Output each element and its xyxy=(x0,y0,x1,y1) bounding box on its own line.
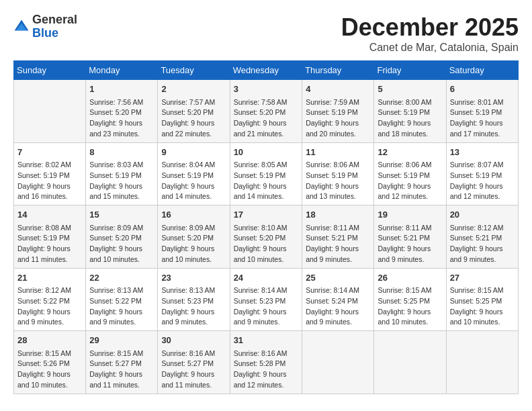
calendar-cell: 10Sunrise: 8:05 AM Sunset: 5:19 PM Dayli… xyxy=(230,142,302,205)
day-number: 12 xyxy=(378,146,442,159)
day-info: Sunrise: 8:14 AM Sunset: 5:23 PM Dayligh… xyxy=(234,285,299,328)
day-number: 26 xyxy=(378,271,442,285)
day-number: 4 xyxy=(306,83,370,96)
header-row: SundayMondayTuesdayWednesdayThursdayFrid… xyxy=(14,61,519,80)
header-cell-tuesday: Tuesday xyxy=(158,61,230,80)
calendar-cell: 31Sunrise: 8:16 AM Sunset: 5:28 PM Dayli… xyxy=(230,331,302,394)
page-container: General Blue December 2025 Canet de Mar,… xyxy=(13,13,519,394)
day-number: 29 xyxy=(89,334,154,347)
calendar-cell: 4Sunrise: 7:59 AM Sunset: 5:19 PM Daylig… xyxy=(302,80,374,143)
calendar-cell: 13Sunrise: 8:07 AM Sunset: 5:19 PM Dayli… xyxy=(446,142,518,205)
day-number: 5 xyxy=(378,83,442,96)
day-number: 21 xyxy=(17,271,82,285)
day-number: 10 xyxy=(234,146,299,159)
calendar-cell: 6Sunrise: 8:01 AM Sunset: 5:19 PM Daylig… xyxy=(446,80,518,143)
calendar-cell: 24Sunrise: 8:14 AM Sunset: 5:23 PM Dayli… xyxy=(230,268,302,331)
header-cell-thursday: Thursday xyxy=(302,61,374,80)
calendar-cell: 1Sunrise: 7:56 AM Sunset: 5:20 PM Daylig… xyxy=(86,80,158,143)
calendar-cell: 12Sunrise: 8:06 AM Sunset: 5:19 PM Dayli… xyxy=(374,142,446,205)
day-info: Sunrise: 8:16 AM Sunset: 5:27 PM Dayligh… xyxy=(161,349,226,391)
calendar-cell: 15Sunrise: 8:09 AM Sunset: 5:20 PM Dayli… xyxy=(86,205,158,269)
calendar-cell xyxy=(302,331,374,394)
calendar-body: 1Sunrise: 7:56 AM Sunset: 5:20 PM Daylig… xyxy=(14,80,519,394)
day-info: Sunrise: 8:10 AM Sunset: 5:20 PM Dayligh… xyxy=(234,223,299,265)
day-number: 22 xyxy=(89,271,154,285)
calendar-cell xyxy=(446,331,518,394)
day-number: 15 xyxy=(89,208,154,222)
calendar-week-2: 7Sunrise: 8:02 AM Sunset: 5:19 PM Daylig… xyxy=(14,142,519,205)
day-info: Sunrise: 7:58 AM Sunset: 5:20 PM Dayligh… xyxy=(234,97,299,140)
calendar-cell xyxy=(374,331,446,394)
calendar-cell: 16Sunrise: 8:09 AM Sunset: 5:20 PM Dayli… xyxy=(158,205,230,269)
day-number: 28 xyxy=(17,334,82,347)
header: General Blue December 2025 Canet de Mar,… xyxy=(13,13,519,54)
calendar-cell: 29Sunrise: 8:15 AM Sunset: 5:27 PM Dayli… xyxy=(86,331,158,394)
calendar-cell: 17Sunrise: 8:10 AM Sunset: 5:20 PM Dayli… xyxy=(230,205,302,269)
day-number: 2 xyxy=(161,83,226,96)
calendar-cell: 28Sunrise: 8:15 AM Sunset: 5:26 PM Dayli… xyxy=(14,331,86,394)
title-block: December 2025 Canet de Mar, Catalonia, S… xyxy=(341,13,519,54)
calendar-table: SundayMondayTuesdayWednesdayThursdayFrid… xyxy=(13,60,519,394)
day-info: Sunrise: 8:07 AM Sunset: 5:19 PM Dayligh… xyxy=(450,160,515,202)
day-info: Sunrise: 8:05 AM Sunset: 5:19 PM Dayligh… xyxy=(234,160,299,202)
calendar-cell: 2Sunrise: 7:57 AM Sunset: 5:20 PM Daylig… xyxy=(158,80,230,143)
day-number: 3 xyxy=(234,83,299,96)
day-number: 1 xyxy=(89,83,154,96)
day-info: Sunrise: 8:04 AM Sunset: 5:19 PM Dayligh… xyxy=(161,160,226,202)
day-info: Sunrise: 8:06 AM Sunset: 5:19 PM Dayligh… xyxy=(306,160,370,202)
day-info: Sunrise: 8:13 AM Sunset: 5:23 PM Dayligh… xyxy=(161,285,226,328)
header-cell-monday: Monday xyxy=(86,61,158,80)
header-cell-saturday: Saturday xyxy=(446,61,518,80)
logo-general-text: General xyxy=(32,13,77,26)
day-info: Sunrise: 8:09 AM Sunset: 5:20 PM Dayligh… xyxy=(161,223,226,265)
header-cell-wednesday: Wednesday xyxy=(230,61,302,80)
calendar-cell: 11Sunrise: 8:06 AM Sunset: 5:19 PM Dayli… xyxy=(302,142,374,205)
calendar-week-1: 1Sunrise: 7:56 AM Sunset: 5:20 PM Daylig… xyxy=(14,80,519,143)
calendar-cell: 18Sunrise: 8:11 AM Sunset: 5:21 PM Dayli… xyxy=(302,205,374,269)
day-info: Sunrise: 8:06 AM Sunset: 5:19 PM Dayligh… xyxy=(378,160,442,202)
day-number: 19 xyxy=(378,208,442,222)
day-info: Sunrise: 7:59 AM Sunset: 5:19 PM Dayligh… xyxy=(306,97,370,140)
day-info: Sunrise: 8:01 AM Sunset: 5:19 PM Dayligh… xyxy=(450,97,515,140)
day-info: Sunrise: 8:15 AM Sunset: 5:27 PM Dayligh… xyxy=(89,349,154,391)
day-number: 7 xyxy=(17,146,82,159)
day-number: 23 xyxy=(161,271,226,285)
day-info: Sunrise: 8:11 AM Sunset: 5:21 PM Dayligh… xyxy=(306,223,370,265)
day-info: Sunrise: 8:02 AM Sunset: 5:19 PM Dayligh… xyxy=(17,160,82,202)
logo-blue-text: Blue xyxy=(32,26,58,40)
calendar-cell: 30Sunrise: 8:16 AM Sunset: 5:27 PM Dayli… xyxy=(158,331,230,394)
calendar-cell xyxy=(14,80,86,143)
calendar-cell: 21Sunrise: 8:12 AM Sunset: 5:22 PM Dayli… xyxy=(14,268,86,331)
calendar-week-3: 14Sunrise: 8:08 AM Sunset: 5:19 PM Dayli… xyxy=(14,205,519,269)
day-number: 11 xyxy=(306,146,370,159)
day-info: Sunrise: 8:16 AM Sunset: 5:28 PM Dayligh… xyxy=(234,349,299,391)
calendar-title: December 2025 xyxy=(341,13,519,42)
day-number: 20 xyxy=(450,208,515,222)
day-number: 6 xyxy=(450,83,515,96)
day-number: 9 xyxy=(161,146,226,159)
calendar-week-5: 28Sunrise: 8:15 AM Sunset: 5:26 PM Dayli… xyxy=(14,331,519,394)
calendar-cell: 25Sunrise: 8:14 AM Sunset: 5:24 PM Dayli… xyxy=(302,268,374,331)
day-info: Sunrise: 8:12 AM Sunset: 5:22 PM Dayligh… xyxy=(17,285,82,328)
day-info: Sunrise: 8:03 AM Sunset: 5:19 PM Dayligh… xyxy=(89,160,154,202)
day-info: Sunrise: 8:15 AM Sunset: 5:26 PM Dayligh… xyxy=(17,349,82,391)
calendar-cell: 9Sunrise: 8:04 AM Sunset: 5:19 PM Daylig… xyxy=(158,142,230,205)
calendar-cell: 14Sunrise: 8:08 AM Sunset: 5:19 PM Dayli… xyxy=(14,205,86,269)
day-info: Sunrise: 8:13 AM Sunset: 5:22 PM Dayligh… xyxy=(89,285,154,328)
calendar-cell: 20Sunrise: 8:12 AM Sunset: 5:21 PM Dayli… xyxy=(446,205,518,269)
logo-text: General Blue xyxy=(32,13,77,40)
calendar-cell: 22Sunrise: 8:13 AM Sunset: 5:22 PM Dayli… xyxy=(86,268,158,331)
calendar-cell: 27Sunrise: 8:15 AM Sunset: 5:25 PM Dayli… xyxy=(446,268,518,331)
calendar-cell: 19Sunrise: 8:11 AM Sunset: 5:21 PM Dayli… xyxy=(374,205,446,269)
header-cell-friday: Friday xyxy=(374,61,446,80)
calendar-header: SundayMondayTuesdayWednesdayThursdayFrid… xyxy=(14,61,519,80)
day-number: 27 xyxy=(450,271,515,285)
calendar-cell: 7Sunrise: 8:02 AM Sunset: 5:19 PM Daylig… xyxy=(14,142,86,205)
day-info: Sunrise: 8:15 AM Sunset: 5:25 PM Dayligh… xyxy=(450,285,515,328)
day-number: 18 xyxy=(306,208,370,222)
day-number: 14 xyxy=(17,208,82,222)
calendar-subtitle: Canet de Mar, Catalonia, Spain xyxy=(341,42,519,54)
logo: General Blue xyxy=(13,13,77,40)
day-info: Sunrise: 8:14 AM Sunset: 5:24 PM Dayligh… xyxy=(306,285,370,328)
day-info: Sunrise: 7:56 AM Sunset: 5:20 PM Dayligh… xyxy=(89,97,154,140)
